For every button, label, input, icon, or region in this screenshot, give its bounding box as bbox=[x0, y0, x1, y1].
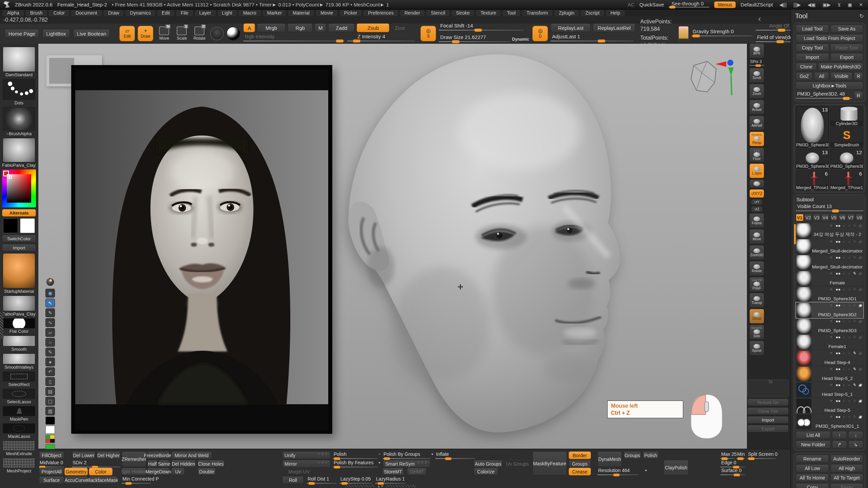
layout-prev-icon[interactable]: ◀▣ bbox=[806, 2, 817, 7]
project-all-button[interactable]: ProjectAll bbox=[39, 468, 64, 475]
menu-item[interactable]: Draw bbox=[104, 10, 124, 16]
menu-item[interactable]: Tool bbox=[502, 10, 520, 16]
dock-right-icon[interactable]: |||▶ bbox=[792, 2, 803, 7]
visibility-eye-icon[interactable]: ◉ bbox=[859, 287, 862, 292]
frame-button[interactable]: Frame bbox=[749, 213, 764, 228]
menu-item[interactable]: Color bbox=[49, 10, 69, 16]
all-to-target-button[interactable]: All To Target bbox=[830, 474, 864, 482]
focal-shift-slider[interactable]: Focal Shift -14 bbox=[439, 23, 524, 33]
tool-thumb[interactable]: SSimpleBrush bbox=[830, 127, 863, 148]
menu-item[interactable]: Edit bbox=[157, 10, 174, 16]
menu-item[interactable]: Render bbox=[400, 10, 425, 16]
dynamesh-button[interactable]: DynaMesh bbox=[597, 451, 622, 467]
del-hidden-button[interactable]: Del Hidden bbox=[171, 460, 196, 468]
all-high-button[interactable]: All High bbox=[830, 464, 864, 472]
merge-down-button[interactable]: MergeDown bbox=[147, 468, 170, 475]
rgb-button[interactable]: Rgb bbox=[288, 23, 313, 32]
inflate-slider[interactable]: Inflate bbox=[435, 451, 475, 459]
brush-toggle-icon[interactable]: ✎ bbox=[852, 223, 856, 228]
edit-mode-button[interactable]: ▱Edit bbox=[119, 26, 135, 41]
tool-r-button[interactable]: R bbox=[854, 91, 863, 99]
stack-icon[interactable]: ▼ bbox=[829, 223, 833, 228]
polish-by-groups-toggle-icon[interactable]: ● bbox=[431, 452, 433, 456]
float-tool-button[interactable]: ◉ bbox=[45, 289, 55, 298]
resolution-toggle-icon[interactable]: ● bbox=[645, 468, 647, 472]
min-slider[interactable]: Min bbox=[736, 451, 745, 459]
z-intensity-slider[interactable]: Z Intensity 4 bbox=[347, 34, 415, 44]
menu-item[interactable]: Document bbox=[71, 10, 102, 16]
brush-toggle-icon[interactable]: ✎ bbox=[852, 319, 856, 324]
visibility-eye-icon[interactable]: ◉ bbox=[859, 399, 862, 403]
version-tab[interactable]: V8 bbox=[855, 214, 863, 221]
panel-collapse-chevron-icon[interactable]: ‹ bbox=[758, 14, 761, 24]
tool-thumb[interactable]: 13PM3D_Sphere3D bbox=[796, 149, 829, 169]
stack-icon[interactable]: ▼ bbox=[829, 255, 833, 260]
polypaint-icon[interactable]: ●● bbox=[835, 383, 841, 387]
half-icon[interactable]: ◐ bbox=[843, 319, 845, 324]
float-tool-button[interactable]: ↶ bbox=[45, 367, 55, 376]
polypaint-icon[interactable]: ●● bbox=[835, 351, 841, 355]
brush-slot[interactable]: DamStandard bbox=[2, 47, 36, 77]
all-to-home-button[interactable]: All To Home bbox=[796, 474, 829, 482]
mid-value-slider[interactable]: MidValue 0 bbox=[39, 460, 64, 468]
subtool-row[interactable]: ▼ ●● ◐ ◑ ✎ ◉ Female bbox=[796, 270, 863, 286]
stack-icon[interactable]: ▼ bbox=[829, 287, 833, 292]
visibility-eye-icon[interactable]: ◉ bbox=[859, 303, 862, 308]
surface-button[interactable]: Surface bbox=[39, 476, 64, 484]
tool-thumb[interactable]: 6Merged_TPose1_ bbox=[796, 170, 829, 190]
float-tool-button[interactable]: ▤ bbox=[45, 387, 55, 396]
rotate-mode-button[interactable]: RRotate bbox=[192, 26, 207, 41]
geometry-tab-button[interactable]: Geometry bbox=[64, 468, 88, 475]
sculpt-3d-head[interactable] bbox=[330, 46, 628, 448]
surface-slider[interactable]: Surface 0 bbox=[721, 468, 745, 475]
save-as-button[interactable]: Save As bbox=[830, 25, 864, 33]
subtool-row[interactable]: ▼ ●● ◐ ◑ ✎ ◉ Merged_Skull-decimation2_4 bbox=[796, 255, 863, 270]
float-white-swatch[interactable] bbox=[45, 426, 55, 434]
scale-mode-button[interactable]: SScale bbox=[174, 26, 189, 41]
subtool-down-button[interactable]: ↓ bbox=[848, 431, 863, 439]
alpha-thumbnail[interactable] bbox=[210, 27, 224, 40]
edge-slider[interactable]: Edge 0 bbox=[721, 460, 745, 468]
menu-item[interactable]: Layer bbox=[195, 10, 216, 16]
export-tool-button[interactable]: Export bbox=[830, 53, 864, 61]
visibility-eye-icon[interactable]: ◉ bbox=[859, 255, 862, 260]
max-slider[interactable]: Max 25 bbox=[721, 451, 735, 459]
default-zscript-button[interactable]: DefaultZScript bbox=[741, 2, 773, 7]
min-connected-slider[interactable]: Min Connected P bbox=[122, 476, 151, 484]
material-slot[interactable]: SmoothValleys bbox=[2, 353, 36, 370]
visibility-eye-icon[interactable]: ◉ bbox=[859, 383, 862, 387]
import-color-button[interactable]: Import bbox=[2, 244, 36, 251]
half-icon[interactable]: ◐ bbox=[843, 303, 845, 308]
float-tool-button[interactable]: ▢ bbox=[45, 397, 55, 406]
copy-subtool-button[interactable]: Copy bbox=[796, 483, 829, 488]
see-through-slider[interactable]: See-through 0 bbox=[669, 1, 709, 8]
store-mt-button[interactable]: StoreMT bbox=[382, 468, 404, 475]
colorize-button[interactable]: Colorize bbox=[474, 468, 498, 475]
close-holes-button[interactable]: Close Holes bbox=[197, 460, 224, 468]
alternate-button[interactable]: Alternate bbox=[2, 209, 36, 217]
brush-toggle-icon[interactable]: ✎ bbox=[852, 303, 856, 308]
stack-icon[interactable]: ▼ bbox=[829, 239, 833, 244]
move-into-folder-button[interactable]: ↳ bbox=[848, 441, 863, 449]
half2-icon[interactable]: ◑ bbox=[848, 255, 850, 260]
polish-slider[interactable]: Polish bbox=[333, 451, 378, 459]
replay-icon[interactable]: ◎D bbox=[532, 26, 548, 41]
move-out-folder-button[interactable]: ↱ bbox=[832, 441, 847, 449]
crease-button[interactable]: Crease bbox=[569, 468, 591, 475]
live-boolean-button[interactable]: Live Boolean bbox=[73, 29, 110, 38]
menu-item[interactable]: Stroke bbox=[452, 10, 474, 16]
brush-slot[interactable]: FabioPaiva_Clay2 bbox=[2, 138, 36, 168]
stack-icon[interactable]: ▼ bbox=[829, 335, 833, 340]
float-tool-button[interactable]: ▥ bbox=[45, 407, 55, 415]
version-tab[interactable]: V7 bbox=[847, 214, 855, 221]
scroll-arrows-icon[interactable]: ▲▼ bbox=[377, 484, 384, 488]
half-icon[interactable]: ◐ bbox=[843, 287, 845, 292]
brush-toggle-icon[interactable]: ✎ bbox=[852, 414, 856, 419]
mini-palette[interactable] bbox=[45, 435, 55, 443]
polypaint-icon[interactable]: ●● bbox=[835, 303, 841, 308]
visibility-eye-icon[interactable]: ◉ bbox=[859, 335, 862, 340]
half2-icon[interactable]: ◑ bbox=[848, 335, 850, 340]
menu-item[interactable]: Picker bbox=[340, 10, 362, 16]
new-folder-button[interactable]: New Folder bbox=[796, 441, 831, 449]
tool-thumb[interactable]: Cylinder3D bbox=[830, 106, 863, 126]
